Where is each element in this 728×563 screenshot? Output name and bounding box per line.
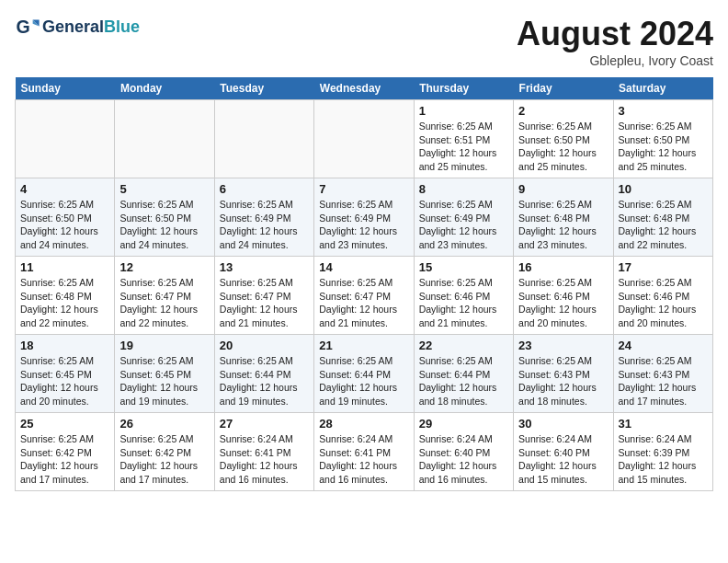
- week-row-4: 18Sunrise: 6:25 AMSunset: 6:45 PMDayligh…: [16, 335, 713, 413]
- weekday-header-tuesday: Tuesday: [214, 77, 313, 100]
- day-cell: 31Sunrise: 6:24 AMSunset: 6:39 PMDayligh…: [613, 413, 712, 491]
- day-info: Sunrise: 6:25 AMSunset: 6:48 PMDaylight:…: [20, 276, 109, 330]
- day-number: 11: [20, 260, 109, 274]
- day-info: Sunrise: 6:25 AMSunset: 6:46 PMDaylight:…: [518, 276, 608, 330]
- weekday-header-wednesday: Wednesday: [314, 77, 414, 100]
- day-cell: 30Sunrise: 6:24 AMSunset: 6:40 PMDayligh…: [514, 413, 613, 491]
- day-number: 16: [518, 260, 608, 274]
- title-area: August 2024 Gblepleu, Ivory Coast: [517, 15, 713, 68]
- day-cell: 8Sunrise: 6:25 AMSunset: 6:49 PMDaylight…: [414, 178, 513, 257]
- day-cell: 7Sunrise: 6:25 AMSunset: 6:49 PMDaylight…: [314, 178, 414, 257]
- day-info: Sunrise: 6:25 AMSunset: 6:42 PMDaylight:…: [20, 432, 109, 487]
- day-info: Sunrise: 6:25 AMSunset: 6:50 PMDaylight:…: [20, 198, 109, 252]
- svg-text:G: G: [16, 17, 29, 37]
- day-cell: 24Sunrise: 6:25 AMSunset: 6:43 PMDayligh…: [613, 335, 712, 413]
- calendar-body: 1Sunrise: 6:25 AMSunset: 6:51 PMDaylight…: [16, 100, 713, 491]
- day-info: Sunrise: 6:24 AMSunset: 6:40 PMDaylight:…: [419, 432, 508, 487]
- day-cell: 22Sunrise: 6:25 AMSunset: 6:44 PMDayligh…: [414, 335, 513, 413]
- day-number: 24: [619, 339, 708, 352]
- day-number: 4: [20, 182, 109, 196]
- day-cell: 23Sunrise: 6:25 AMSunset: 6:43 PMDayligh…: [514, 335, 613, 413]
- week-row-1: 1Sunrise: 6:25 AMSunset: 6:51 PMDaylight…: [16, 100, 713, 178]
- day-number: 17: [619, 260, 708, 274]
- day-info: Sunrise: 6:25 AMSunset: 6:47 PMDaylight:…: [119, 276, 209, 330]
- day-cell: 3Sunrise: 6:25 AMSunset: 6:50 PMDaylight…: [613, 100, 712, 178]
- day-cell: 6Sunrise: 6:25 AMSunset: 6:49 PMDaylight…: [214, 178, 313, 257]
- day-cell: 11Sunrise: 6:25 AMSunset: 6:48 PMDayligh…: [16, 257, 115, 335]
- week-row-3: 11Sunrise: 6:25 AMSunset: 6:48 PMDayligh…: [16, 257, 713, 335]
- day-info: Sunrise: 6:25 AMSunset: 6:47 PMDaylight:…: [319, 276, 408, 330]
- day-info: Sunrise: 6:25 AMSunset: 6:49 PMDaylight:…: [319, 198, 408, 252]
- day-number: 6: [220, 182, 309, 196]
- day-cell: 1Sunrise: 6:25 AMSunset: 6:51 PMDaylight…: [414, 100, 513, 178]
- day-number: 15: [419, 260, 508, 274]
- day-info: Sunrise: 6:24 AMSunset: 6:41 PMDaylight:…: [220, 432, 309, 487]
- page-header: G GeneralBlue August 2024 Gblepleu, Ivor…: [15, 15, 713, 68]
- logo-icon: G: [15, 15, 40, 40]
- day-cell: [314, 100, 414, 178]
- day-cell: [214, 100, 313, 178]
- day-cell: 10Sunrise: 6:25 AMSunset: 6:48 PMDayligh…: [613, 178, 712, 257]
- day-cell: 12Sunrise: 6:25 AMSunset: 6:47 PMDayligh…: [115, 257, 214, 335]
- day-cell: 20Sunrise: 6:25 AMSunset: 6:44 PMDayligh…: [214, 335, 313, 413]
- day-number: 18: [20, 339, 109, 352]
- day-info: Sunrise: 6:25 AMSunset: 6:50 PMDaylight:…: [119, 198, 209, 252]
- day-number: 3: [619, 104, 708, 118]
- day-cell: [115, 100, 214, 178]
- day-cell: 17Sunrise: 6:25 AMSunset: 6:46 PMDayligh…: [613, 257, 712, 335]
- day-cell: 15Sunrise: 6:25 AMSunset: 6:46 PMDayligh…: [414, 257, 513, 335]
- day-info: Sunrise: 6:25 AMSunset: 6:45 PMDaylight:…: [119, 354, 209, 408]
- day-number: 8: [419, 182, 508, 196]
- week-row-2: 4Sunrise: 6:25 AMSunset: 6:50 PMDaylight…: [16, 178, 713, 257]
- day-cell: 29Sunrise: 6:24 AMSunset: 6:40 PMDayligh…: [414, 413, 513, 491]
- day-info: Sunrise: 6:25 AMSunset: 6:44 PMDaylight:…: [419, 354, 508, 408]
- day-number: 29: [419, 417, 508, 431]
- week-row-5: 25Sunrise: 6:25 AMSunset: 6:42 PMDayligh…: [16, 413, 713, 491]
- day-number: 31: [619, 417, 708, 431]
- day-cell: 26Sunrise: 6:25 AMSunset: 6:42 PMDayligh…: [115, 413, 214, 491]
- day-number: 20: [220, 339, 309, 352]
- day-cell: 13Sunrise: 6:25 AMSunset: 6:47 PMDayligh…: [214, 257, 313, 335]
- day-number: 7: [319, 182, 408, 196]
- day-info: Sunrise: 6:25 AMSunset: 6:44 PMDaylight:…: [319, 354, 408, 408]
- day-info: Sunrise: 6:25 AMSunset: 6:48 PMDaylight:…: [619, 198, 708, 252]
- day-info: Sunrise: 6:25 AMSunset: 6:50 PMDaylight:…: [518, 120, 608, 174]
- day-info: Sunrise: 6:25 AMSunset: 6:49 PMDaylight:…: [220, 198, 309, 252]
- weekday-header-friday: Friday: [514, 77, 613, 100]
- day-info: Sunrise: 6:25 AMSunset: 6:46 PMDaylight:…: [619, 276, 708, 330]
- day-number: 9: [518, 182, 608, 196]
- weekday-header-thursday: Thursday: [414, 77, 513, 100]
- day-number: 13: [220, 260, 309, 274]
- calendar-table: SundayMondayTuesdayWednesdayThursdayFrid…: [15, 77, 713, 491]
- day-number: 30: [518, 417, 608, 431]
- day-info: Sunrise: 6:25 AMSunset: 6:45 PMDaylight:…: [20, 354, 109, 408]
- day-cell: 28Sunrise: 6:24 AMSunset: 6:41 PMDayligh…: [314, 413, 414, 491]
- day-cell: 21Sunrise: 6:25 AMSunset: 6:44 PMDayligh…: [314, 335, 414, 413]
- day-number: 5: [119, 182, 209, 196]
- weekday-header-monday: Monday: [115, 77, 214, 100]
- logo: G GeneralBlue: [15, 15, 140, 40]
- day-cell: 4Sunrise: 6:25 AMSunset: 6:50 PMDaylight…: [16, 178, 115, 257]
- day-number: 25: [20, 417, 109, 431]
- day-info: Sunrise: 6:24 AMSunset: 6:41 PMDaylight:…: [319, 432, 408, 487]
- day-info: Sunrise: 6:25 AMSunset: 6:42 PMDaylight:…: [119, 432, 209, 487]
- day-info: Sunrise: 6:25 AMSunset: 6:43 PMDaylight:…: [619, 354, 708, 408]
- day-number: 28: [319, 417, 408, 431]
- day-cell: 19Sunrise: 6:25 AMSunset: 6:45 PMDayligh…: [115, 335, 214, 413]
- weekday-header-row: SundayMondayTuesdayWednesdayThursdayFrid…: [16, 77, 713, 100]
- day-number: 14: [319, 260, 408, 274]
- day-number: 22: [419, 339, 508, 352]
- day-info: Sunrise: 6:25 AMSunset: 6:46 PMDaylight:…: [419, 276, 508, 330]
- day-number: 27: [220, 417, 309, 431]
- month-title: August 2024: [517, 15, 713, 53]
- day-cell: 27Sunrise: 6:24 AMSunset: 6:41 PMDayligh…: [214, 413, 313, 491]
- day-info: Sunrise: 6:24 AMSunset: 6:39 PMDaylight:…: [619, 432, 708, 487]
- day-number: 1: [419, 104, 508, 118]
- day-cell: 9Sunrise: 6:25 AMSunset: 6:48 PMDaylight…: [514, 178, 613, 257]
- day-number: 2: [518, 104, 608, 118]
- day-number: 26: [119, 417, 209, 431]
- day-info: Sunrise: 6:25 AMSunset: 6:47 PMDaylight:…: [220, 276, 309, 330]
- day-info: Sunrise: 6:25 AMSunset: 6:50 PMDaylight:…: [619, 120, 708, 174]
- day-cell: 2Sunrise: 6:25 AMSunset: 6:50 PMDaylight…: [514, 100, 613, 178]
- day-cell: 5Sunrise: 6:25 AMSunset: 6:50 PMDaylight…: [115, 178, 214, 257]
